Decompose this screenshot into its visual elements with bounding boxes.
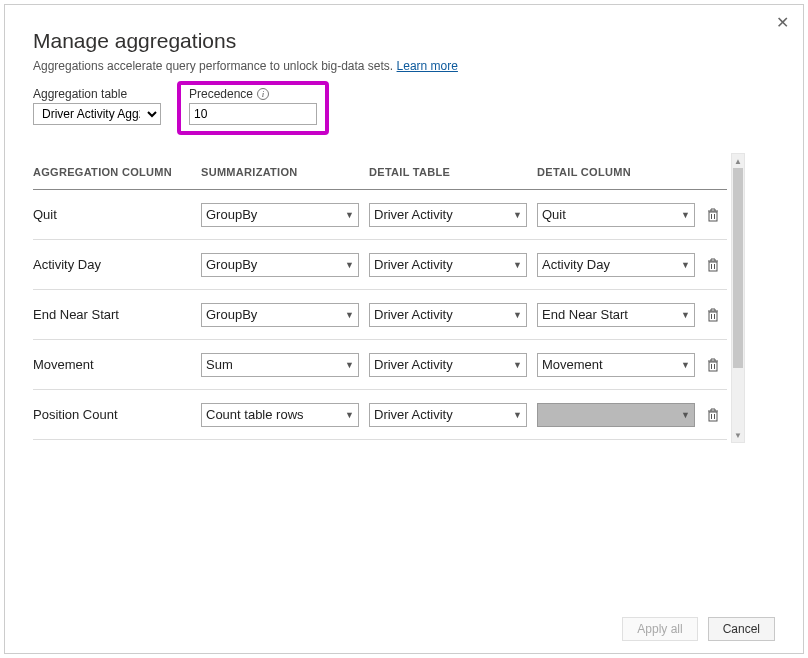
delete-icon[interactable] [705,307,721,323]
svg-rect-0 [709,212,717,221]
table-row: End Near StartGroupBy▼Driver Activity▼En… [33,290,727,340]
scroll-thumb[interactable] [733,168,743,368]
table-row: MovementSum▼Driver Activity▼Movement▼ [33,340,727,390]
table-row: Position CountCount table rows▼Driver Ac… [33,390,727,440]
svg-rect-2 [709,312,717,321]
agg-column-name: End Near Start [33,307,201,322]
manage-aggregations-dialog: ✕ Manage aggregations Aggregations accel… [4,4,804,654]
chevron-down-icon: ▼ [681,210,690,220]
agg-table-label: Aggregation table [33,87,161,101]
detail-column-select: ▼ [537,403,695,427]
delete-icon[interactable] [705,357,721,373]
summarization-select[interactable]: GroupBy▼ [201,253,359,277]
aggregation-grid: Aggregation Column Summarization Detail … [33,153,727,443]
summarization-select[interactable]: GroupBy▼ [201,203,359,227]
chevron-down-icon: ▼ [681,260,690,270]
svg-rect-4 [709,412,717,421]
delete-icon[interactable] [705,407,721,423]
agg-column-name: Quit [33,207,201,222]
chevron-down-icon: ▼ [513,360,522,370]
apply-all-button[interactable]: Apply all [622,617,697,641]
cancel-button[interactable]: Cancel [708,617,775,641]
subtitle-text: Aggregations accelerate query performanc… [33,59,397,73]
detail-table-select[interactable]: Driver Activity▼ [369,353,527,377]
vertical-scrollbar[interactable]: ▲ ▼ [731,153,745,443]
agg-table-group: Aggregation table Driver Activity Agg2 [33,87,161,125]
table-row: Activity DayGroupBy▼Driver Activity▼Acti… [33,240,727,290]
chevron-down-icon: ▼ [513,310,522,320]
chevron-down-icon: ▼ [681,360,690,370]
detail-table-select[interactable]: Driver Activity▼ [369,203,527,227]
grid-wrap: Aggregation Column Summarization Detail … [33,153,775,443]
table-row: QuitGroupBy▼Driver Activity▼Quit▼ [33,190,727,240]
detail-column-select[interactable]: Quit▼ [537,203,695,227]
precedence-label: Precedence i [189,87,317,101]
dialog-footer: Apply all Cancel [622,617,775,641]
chevron-down-icon: ▼ [345,410,354,420]
chevron-down-icon: ▼ [345,360,354,370]
learn-more-link[interactable]: Learn more [397,59,458,73]
scroll-up-icon[interactable]: ▲ [732,154,744,168]
agg-column-name: Activity Day [33,257,201,272]
header-detail-table: Detail Table [369,166,537,178]
header-summarization: Summarization [201,166,369,178]
detail-column-select[interactable]: End Near Start▼ [537,303,695,327]
agg-column-name: Movement [33,357,201,372]
scroll-down-icon[interactable]: ▼ [732,428,744,442]
precedence-highlight: Precedence i [177,81,329,135]
close-icon[interactable]: ✕ [776,13,789,32]
svg-rect-1 [709,262,717,271]
header-agg-column: Aggregation Column [33,166,201,178]
chevron-down-icon: ▼ [345,310,354,320]
precedence-input[interactable] [189,103,317,125]
dialog-title: Manage aggregations [33,29,775,53]
chevron-down-icon: ▼ [681,310,690,320]
chevron-down-icon: ▼ [345,260,354,270]
summarization-select[interactable]: GroupBy▼ [201,303,359,327]
delete-icon[interactable] [705,257,721,273]
detail-table-select[interactable]: Driver Activity▼ [369,403,527,427]
chevron-down-icon: ▼ [681,410,690,420]
grid-header: Aggregation Column Summarization Detail … [33,154,727,190]
svg-rect-3 [709,362,717,371]
detail-table-select[interactable]: Driver Activity▼ [369,303,527,327]
precedence-group: Precedence i [189,87,317,125]
agg-column-name: Position Count [33,407,201,422]
summarization-select[interactable]: Count table rows▼ [201,403,359,427]
chevron-down-icon: ▼ [513,410,522,420]
dialog-subtitle: Aggregations accelerate query performanc… [33,59,775,73]
form-row: Aggregation table Driver Activity Agg2 P… [33,87,775,135]
agg-table-select[interactable]: Driver Activity Agg2 [33,103,161,125]
chevron-down-icon: ▼ [345,210,354,220]
chevron-down-icon: ▼ [513,210,522,220]
detail-column-select[interactable]: Movement▼ [537,353,695,377]
header-detail-column: Detail Column [537,166,705,178]
chevron-down-icon: ▼ [513,260,522,270]
detail-column-select[interactable]: Activity Day▼ [537,253,695,277]
detail-table-select[interactable]: Driver Activity▼ [369,253,527,277]
delete-icon[interactable] [705,207,721,223]
summarization-select[interactable]: Sum▼ [201,353,359,377]
info-icon[interactable]: i [257,88,269,100]
